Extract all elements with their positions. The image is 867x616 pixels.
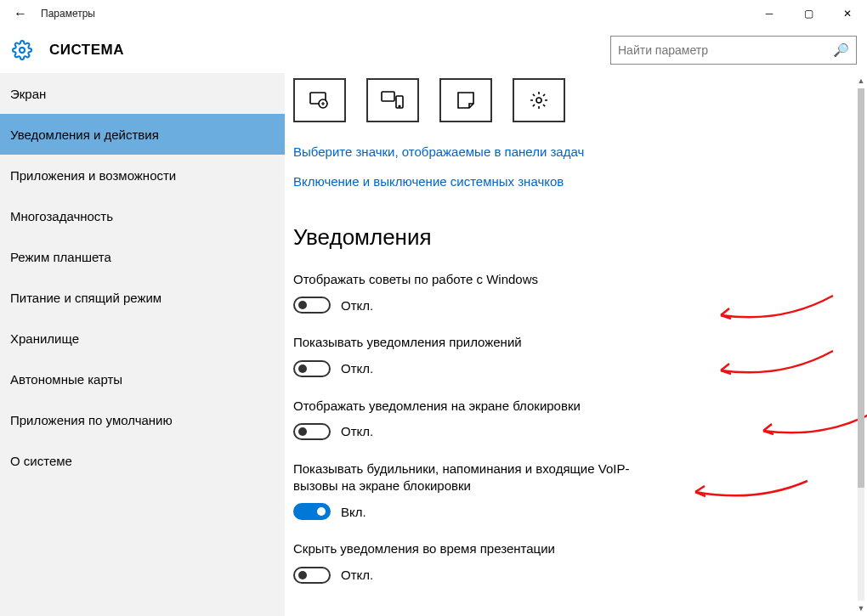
toggle-state-text: Откл. [341,568,373,582]
sidebar-item-5[interactable]: Питание и спящий режим [0,277,285,318]
toggle-switch[interactable] [293,423,331,440]
scroll-down-icon[interactable]: ▼ [855,601,867,616]
option-0: Отображать советы по работе с WindowsОтк… [293,271,858,314]
option-2: Отображать уведомления на экране блокиро… [293,398,858,440]
search-placeholder: Найти параметр [618,43,833,57]
toggle-state-text: Откл. [341,424,373,438]
header: СИСТЕМА Найти параметр 🔍 [0,27,867,73]
settings-icon [10,38,34,62]
close-button[interactable]: ✕ [828,0,867,27]
sidebar-item-7[interactable]: Автономные карты [0,359,285,399]
maximize-button[interactable]: ▢ [789,0,828,27]
layout: ЭкранУведомления и действияПриложения и … [0,73,867,616]
titlebar: ← Параметры ─ ▢ ✕ [0,0,867,27]
link-taskbar-icons[interactable]: Выберите значки, отображаемые в панели з… [293,144,858,159]
toggle-knob [298,427,307,436]
minimize-button[interactable]: ─ [750,0,789,27]
option-label: Показывать будильники, напоминания и вхо… [293,461,659,495]
back-button[interactable]: ← [0,6,41,21]
toggle-switch[interactable] [293,567,331,584]
quick-actions-row [293,78,858,122]
option-label: Скрыть уведомления во время презентации [293,540,659,557]
search-input[interactable]: Найти параметр 🔍 [610,36,857,65]
svg-point-0 [20,48,25,53]
section-title: СИСТЕМА [49,42,610,59]
scroll-up-icon[interactable]: ▲ [855,73,867,88]
toggle-row: Откл. [293,297,858,314]
scroll-track[interactable] [858,88,864,601]
toggle-switch[interactable] [293,503,331,520]
tablet-mode-icon [309,91,331,110]
toggle-knob [298,301,307,309]
sidebar-item-0[interactable]: Экран [0,73,285,114]
sidebar-item-3[interactable]: Многозадачность [0,195,285,236]
toggle-row: Откл. [293,567,858,584]
svg-point-6 [536,98,541,103]
scroll-thumb[interactable] [858,88,864,488]
toggle-row: Откл. [293,423,858,440]
search-icon: 🔍 [833,42,849,58]
toggle-state-text: Вкл. [341,505,366,519]
sidebar-item-1[interactable]: Уведомления и действия [0,114,285,155]
toggle-state-text: Откл. [341,361,373,376]
sidebar-item-8[interactable]: Приложения по умолчанию [0,399,285,440]
toggle-row: Откл. [293,360,858,377]
toggle-knob [298,571,307,579]
toggle-knob [317,507,326,516]
project-icon [381,91,405,110]
option-label: Показывать уведомления приложений [293,334,659,351]
quick-action-note[interactable] [439,78,492,122]
note-icon [456,91,475,110]
caption-buttons: ─ ▢ ✕ [750,0,867,27]
option-label: Отображать уведомления на экране блокиро… [293,398,659,415]
toggle-switch[interactable] [293,297,331,314]
option-1: Показывать уведомления приложенийОткл. [293,334,858,376]
toggle-row: Вкл. [293,503,858,520]
svg-rect-3 [382,92,394,101]
sidebar-item-6[interactable]: Хранилище [0,318,285,359]
toggle-switch[interactable] [293,360,331,377]
sidebar-item-9[interactable]: О системе [0,440,285,481]
svg-point-5 [399,105,400,107]
quick-action-project[interactable] [366,78,419,122]
option-3: Показывать будильники, напоминания и вхо… [293,461,858,521]
quick-action-tablet[interactable] [293,78,346,122]
content: Выберите значки, отображаемые в панели з… [285,73,867,616]
sidebar: ЭкранУведомления и действияПриложения и … [0,73,285,616]
quick-action-settings[interactable] [513,78,565,122]
scrollbar[interactable]: ▲ ▼ [855,73,867,616]
sidebar-item-2[interactable]: Приложения и возможности [0,155,285,195]
settings-gear-icon [529,90,549,110]
option-4: Скрыть уведомления во время презентацииО… [293,540,858,583]
notifications-heading: Уведомления [293,224,858,251]
toggle-knob [298,365,307,373]
sidebar-item-4[interactable]: Режим планшета [0,236,285,277]
option-label: Отображать советы по работе с Windows [293,271,659,288]
link-system-icons[interactable]: Включение и выключение системных значков [293,174,858,189]
toggle-state-text: Откл. [341,298,373,313]
window-title: Параметры [41,8,750,20]
